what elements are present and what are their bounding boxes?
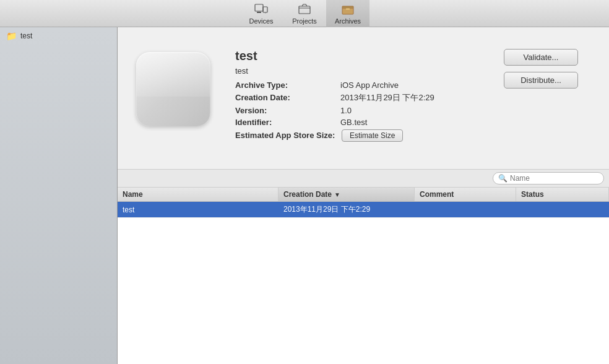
app-icon-container <box>136 52 217 132</box>
creation-date-row: Creation Date: 2013年11月29日 下午2:29 <box>235 92 485 103</box>
td-date: 2013年11月29日 下午2:29 <box>279 202 415 217</box>
search-input[interactable] <box>510 174 598 183</box>
th-status[interactable]: Status <box>516 188 609 201</box>
action-buttons: Validate... Distribute... <box>504 46 578 89</box>
sort-arrow-icon: ▼ <box>334 191 340 198</box>
content-area: test test Archive Type: iOS App Archive … <box>118 27 609 364</box>
identifier-row: Identifier: GB.test <box>235 118 485 127</box>
th-name[interactable]: Name <box>118 188 279 201</box>
svg-rect-6 <box>342 6 353 8</box>
archive-info: test test Archive Type: iOS App Archive … <box>235 46 485 144</box>
svg-rect-7 <box>346 8 350 9</box>
projects-icon <box>298 2 311 16</box>
search-icon: 🔍 <box>498 174 508 183</box>
sidebar: 📁 test <box>0 27 118 364</box>
sidebar-item-test[interactable]: 📁 test <box>0 27 117 45</box>
toolbar: Devices Projects Archives <box>0 0 609 27</box>
main-layout: 📁 test test test Archive Type: iOS App A… <box>0 27 609 364</box>
svg-rect-0 <box>255 4 263 11</box>
archive-type-label: Archive Type: <box>235 80 340 90</box>
sidebar-item-label: test <box>20 32 32 40</box>
estimated-size-row: Estimated App Store Size: Estimate Size <box>235 129 485 142</box>
archives-icon <box>341 2 355 16</box>
toolbar-item-archives[interactable]: Archives <box>326 0 369 27</box>
td-comment <box>415 207 516 212</box>
app-icon <box>136 52 210 126</box>
creation-date-value: 2013年11月29日 下午2:29 <box>340 92 434 103</box>
search-wrapper: 🔍 <box>493 172 604 184</box>
devices-icon <box>254 2 268 16</box>
sidebar-item-icon: 📁 <box>6 31 17 41</box>
table-body: test 2013年11月29日 下午2:29 <box>118 202 609 218</box>
toolbar-item-projects[interactable]: Projects <box>283 0 326 27</box>
td-name: test <box>118 203 279 217</box>
archive-detail: test test Archive Type: iOS App Archive … <box>118 27 609 170</box>
svg-rect-2 <box>257 12 261 13</box>
devices-label: Devices <box>249 17 273 25</box>
archive-title: test <box>235 49 485 63</box>
projects-label: Projects <box>292 17 317 25</box>
version-label: Version: <box>235 106 340 115</box>
toolbar-item-devices[interactable]: Devices <box>240 0 283 27</box>
svg-rect-3 <box>265 12 266 13</box>
archives-label: Archives <box>335 17 361 25</box>
estimate-size-button[interactable]: Estimate Size <box>342 129 403 142</box>
svg-rect-1 <box>263 7 267 12</box>
validate-button[interactable]: Validate... <box>504 49 578 66</box>
archive-subtitle: test <box>235 66 485 76</box>
table-header: Name Creation Date ▼ Comment Status <box>118 188 609 202</box>
archive-type-row: Archive Type: iOS App Archive <box>235 80 485 90</box>
table-row[interactable]: test 2013年11月29日 下午2:29 <box>118 202 609 218</box>
table-container: Name Creation Date ▼ Comment Status test… <box>118 188 609 364</box>
distribute-button[interactable]: Distribute... <box>504 72 578 89</box>
version-row: Version: 1.0 <box>235 106 485 115</box>
creation-date-label: Creation Date: <box>235 93 340 102</box>
version-value: 1.0 <box>340 106 352 115</box>
td-status <box>516 207 609 212</box>
identifier-value: GB.test <box>340 118 367 127</box>
th-creation-date[interactable]: Creation Date ▼ <box>279 188 415 201</box>
search-bar: 🔍 <box>118 170 609 188</box>
estimated-size-label: Estimated App Store Size: <box>235 131 340 140</box>
th-comment[interactable]: Comment <box>415 188 516 201</box>
svg-rect-4 <box>299 6 310 14</box>
archive-type-value: iOS App Archive <box>340 80 399 90</box>
identifier-label: Identifier: <box>235 118 340 127</box>
